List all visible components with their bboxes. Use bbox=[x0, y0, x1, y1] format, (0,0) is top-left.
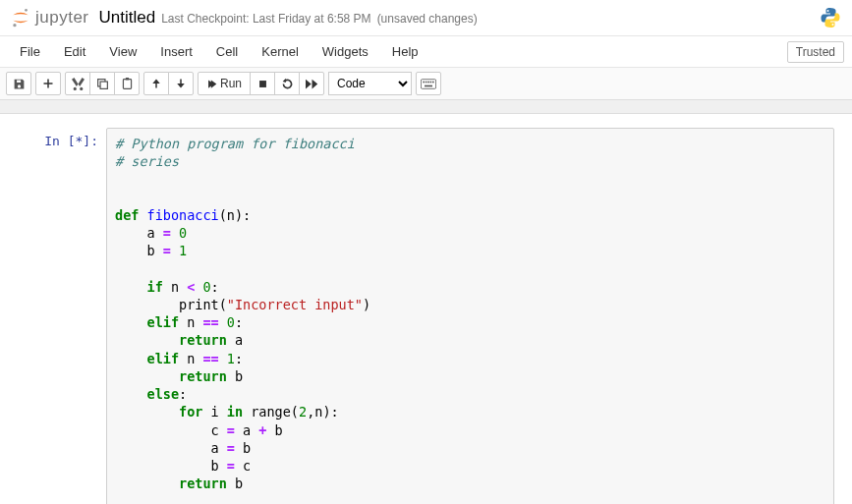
arrow-down-icon bbox=[175, 78, 187, 89]
cell-type-select[interactable]: Code bbox=[328, 72, 412, 95]
cut-button[interactable] bbox=[65, 72, 90, 95]
menu-insert[interactable]: Insert bbox=[148, 38, 204, 65]
svg-point-1 bbox=[13, 24, 16, 27]
cut-copy-paste-group bbox=[65, 72, 140, 95]
python-kernel-icon[interactable] bbox=[819, 6, 842, 29]
svg-rect-12 bbox=[432, 81, 434, 83]
svg-rect-8 bbox=[423, 81, 425, 83]
unsaved-text: (unsaved changes) bbox=[377, 12, 478, 26]
header: jupyter Untitled Last Checkpoint: Last F… bbox=[0, 0, 852, 36]
trusted-indicator[interactable]: Trusted bbox=[787, 41, 844, 63]
input-prompt: In [*]: bbox=[18, 128, 106, 504]
move-down-button[interactable] bbox=[168, 72, 194, 95]
jupyter-icon bbox=[10, 7, 31, 28]
svg-rect-3 bbox=[100, 82, 107, 88]
cut-icon bbox=[72, 78, 85, 90]
move-group bbox=[143, 72, 194, 95]
spacer-bar bbox=[0, 100, 852, 114]
menubar: File Edit View Insert Cell Kernel Widget… bbox=[0, 36, 852, 68]
svg-rect-4 bbox=[123, 79, 131, 88]
menu-cell[interactable]: Cell bbox=[204, 38, 250, 65]
jupyter-logo[interactable]: jupyter bbox=[10, 7, 89, 28]
svg-rect-10 bbox=[427, 81, 429, 83]
svg-rect-6 bbox=[259, 81, 266, 87]
notebook-area: In [*]: # Python program for fibonacci #… bbox=[0, 114, 852, 504]
title-area: Untitled Last Checkpoint: Last Friday at… bbox=[99, 8, 478, 28]
menu-edit[interactable]: Edit bbox=[52, 38, 97, 65]
paste-button[interactable] bbox=[114, 72, 140, 95]
restart-run-all-button[interactable] bbox=[299, 72, 324, 95]
save-button[interactable] bbox=[6, 72, 31, 95]
add-cell-button[interactable] bbox=[35, 72, 61, 95]
restart-button[interactable] bbox=[274, 72, 300, 95]
fast-forward-icon bbox=[306, 79, 318, 89]
run-group: Run bbox=[198, 72, 324, 95]
paste-icon bbox=[121, 78, 134, 90]
arrow-up-icon bbox=[150, 78, 162, 89]
checkpoint-text: Last Checkpoint: Last Friday at 6:58 PM bbox=[161, 12, 370, 26]
move-up-button[interactable] bbox=[143, 72, 169, 95]
menu-widgets[interactable]: Widgets bbox=[311, 38, 380, 65]
toolbar: Run Code bbox=[0, 68, 852, 100]
svg-rect-9 bbox=[426, 81, 427, 83]
svg-point-0 bbox=[25, 9, 28, 12]
svg-rect-5 bbox=[125, 78, 128, 80]
restart-icon bbox=[281, 78, 294, 90]
code-content[interactable]: # Python program for fibonacci # series … bbox=[115, 135, 825, 504]
save-icon bbox=[13, 78, 26, 90]
menu-view[interactable]: View bbox=[97, 38, 148, 65]
keyboard-icon bbox=[421, 79, 436, 89]
svg-rect-11 bbox=[430, 81, 432, 83]
copy-icon bbox=[96, 78, 109, 90]
plus-icon bbox=[42, 78, 54, 89]
svg-rect-7 bbox=[421, 79, 435, 88]
menu-file[interactable]: File bbox=[8, 38, 52, 65]
code-input-area[interactable]: # Python program for fibonacci # series … bbox=[106, 128, 834, 504]
logo-text: jupyter bbox=[35, 8, 89, 28]
menu-help[interactable]: Help bbox=[380, 38, 430, 65]
stop-icon bbox=[257, 79, 268, 89]
run-label: Run bbox=[220, 77, 242, 90]
menu-kernel[interactable]: Kernel bbox=[250, 38, 311, 65]
code-cell[interactable]: In [*]: # Python program for fibonacci #… bbox=[18, 128, 834, 504]
run-button[interactable]: Run bbox=[198, 72, 251, 95]
notebook-title[interactable]: Untitled bbox=[99, 8, 156, 28]
svg-rect-13 bbox=[425, 84, 432, 86]
copy-button[interactable] bbox=[89, 72, 115, 95]
command-palette-button[interactable] bbox=[416, 72, 441, 95]
run-icon bbox=[206, 79, 217, 89]
interrupt-button[interactable] bbox=[250, 72, 275, 95]
